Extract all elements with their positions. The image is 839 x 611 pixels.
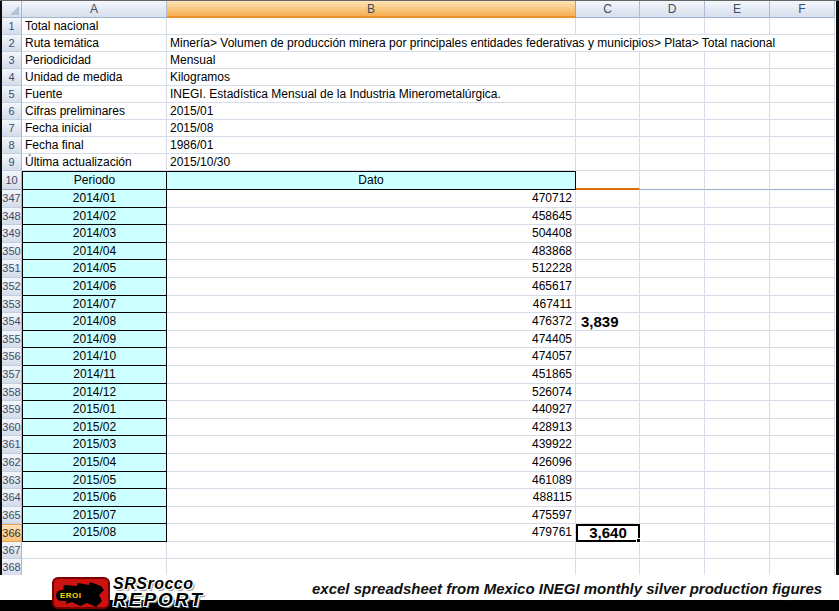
row-header-355[interactable]: 355 (2, 331, 22, 349)
row-header-353[interactable]: 353 (2, 296, 22, 314)
cell-empty[interactable] (576, 401, 640, 419)
row-header-354[interactable]: 354 (2, 313, 22, 331)
cell-period[interactable]: 2014/03 (22, 225, 167, 243)
cell-empty[interactable] (640, 69, 705, 86)
row-header-360[interactable]: 360 (2, 419, 22, 437)
cell-empty[interactable] (705, 260, 770, 278)
cell-empty[interactable] (770, 243, 835, 261)
cell-empty[interactable] (770, 137, 835, 154)
cell-empty[interactable] (576, 436, 640, 454)
cell-empty[interactable] (705, 18, 770, 35)
cell-d10[interactable] (640, 171, 705, 190)
cell-meta-value[interactable]: 2015/10/30 (167, 154, 576, 171)
cell-empty[interactable] (770, 296, 835, 314)
cell-dato[interactable]: 479761 (167, 524, 576, 542)
cell-period[interactable]: 2015/03 (22, 436, 167, 454)
cell-empty[interactable] (640, 436, 705, 454)
cell-empty[interactable] (640, 225, 705, 243)
cell-empty[interactable] (770, 331, 835, 349)
cell-dato[interactable]: 475597 (167, 507, 576, 525)
cell-e10[interactable] (705, 171, 770, 190)
cell-meta-label[interactable]: Periodicidad (22, 52, 167, 69)
cell-empty[interactable] (640, 190, 705, 208)
row-header-347[interactable]: 347 (2, 190, 22, 208)
row-header-367[interactable]: 367 (2, 542, 22, 560)
cell-meta-value[interactable]: Minería> Volumen de producción minera po… (167, 35, 576, 52)
row-header-350[interactable]: 350 (2, 243, 22, 261)
row-header-349[interactable]: 349 (2, 225, 22, 243)
cell-empty[interactable] (576, 243, 640, 261)
cell-empty[interactable] (770, 120, 835, 137)
cell-empty[interactable] (640, 401, 705, 419)
cell-empty[interactable] (770, 260, 835, 278)
row-header-1[interactable]: 1 (2, 18, 22, 35)
cell-empty[interactable] (22, 542, 167, 560)
cell-empty[interactable] (576, 52, 640, 69)
cell-dato[interactable]: 504408 (167, 225, 576, 243)
cell-empty[interactable] (640, 137, 705, 154)
column-header-b[interactable]: B (167, 1, 576, 18)
selected-cell-annotation[interactable]: 3,640 (576, 524, 640, 542)
cell-empty[interactable] (705, 454, 770, 472)
row-header-365[interactable]: 365 (2, 507, 22, 525)
cell-meta-value[interactable]: Mensual (167, 52, 576, 69)
cell-empty[interactable] (705, 313, 770, 331)
cell-empty[interactable] (576, 190, 640, 208)
cell-empty[interactable] (576, 472, 640, 490)
row-header-366[interactable]: 366 (2, 524, 22, 542)
cell-empty[interactable] (705, 103, 770, 120)
cell-empty[interactable] (576, 507, 640, 525)
cell-empty[interactable] (167, 542, 576, 560)
cell-period[interactable]: 2015/01 (22, 401, 167, 419)
cell-empty[interactable] (705, 243, 770, 261)
cell-empty[interactable] (576, 69, 640, 86)
row-header-359[interactable]: 359 (2, 401, 22, 419)
cell-empty[interactable] (576, 454, 640, 472)
cell-empty[interactable] (576, 137, 640, 154)
cell-dato[interactable]: 470712 (167, 190, 576, 208)
cell-empty[interactable] (770, 69, 835, 86)
cell-empty[interactable] (705, 331, 770, 349)
cell-empty[interactable] (770, 401, 835, 419)
cell-empty[interactable] (705, 348, 770, 366)
cell-c10[interactable] (576, 171, 640, 190)
row-header-7[interactable]: 7 (2, 120, 22, 137)
cell-empty[interactable] (576, 225, 640, 243)
cell-empty[interactable] (770, 278, 835, 296)
row-header-6[interactable]: 6 (2, 103, 22, 120)
cell-empty[interactable] (705, 278, 770, 296)
row-header-348[interactable]: 348 (2, 208, 22, 226)
cell-empty[interactable] (640, 52, 705, 69)
cell-dato[interactable]: 474405 (167, 331, 576, 349)
cell-period[interactable]: 2014/09 (22, 331, 167, 349)
cell-empty[interactable] (640, 103, 705, 120)
row-header-352[interactable]: 352 (2, 278, 22, 296)
cell-empty[interactable] (640, 542, 705, 560)
cell-dato[interactable]: 474057 (167, 348, 576, 366)
cell-empty[interactable] (770, 190, 835, 208)
cell-meta-label[interactable]: Total nacional (22, 18, 167, 35)
cell-empty[interactable] (576, 260, 640, 278)
cell-empty[interactable] (705, 366, 770, 384)
cell-dato[interactable]: 461089 (167, 472, 576, 490)
cell-empty[interactable] (576, 18, 640, 35)
cell-empty[interactable] (640, 454, 705, 472)
column-header-e[interactable]: E (705, 1, 770, 18)
cell-empty[interactable] (705, 190, 770, 208)
cell-empty[interactable] (770, 472, 835, 490)
cell-empty[interactable] (640, 296, 705, 314)
cell-period[interactable]: 2014/01 (22, 190, 167, 208)
cell-empty[interactable] (770, 542, 835, 560)
cell-empty[interactable] (705, 419, 770, 437)
row-header-361[interactable]: 361 (2, 436, 22, 454)
cell-empty[interactable] (705, 296, 770, 314)
cell-period[interactable]: 2015/08 (22, 524, 167, 542)
cell-annotation[interactable]: 3,839 (576, 313, 640, 331)
cell-empty[interactable] (770, 454, 835, 472)
cell-dato[interactable]: 426096 (167, 454, 576, 472)
cell-period[interactable]: 2014/04 (22, 243, 167, 261)
row-header-3[interactable]: 3 (2, 52, 22, 69)
row-header-363[interactable]: 363 (2, 472, 22, 490)
cell-empty[interactable] (770, 489, 835, 507)
cell-empty[interactable] (770, 52, 835, 69)
